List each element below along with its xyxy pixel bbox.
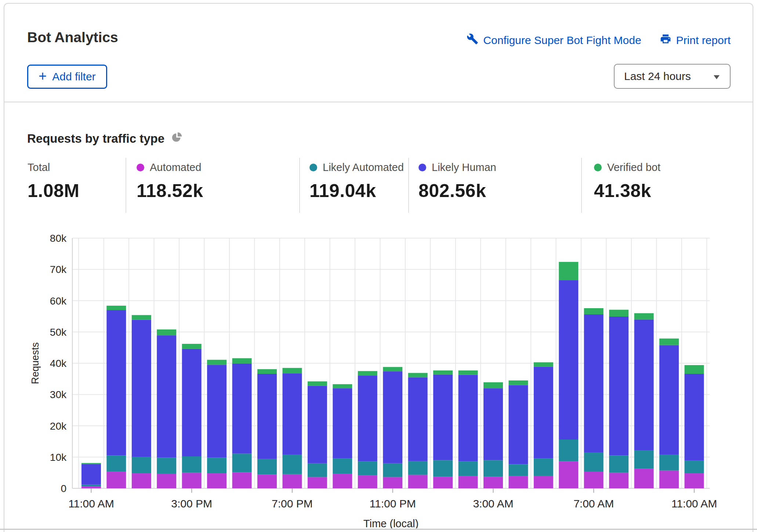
bar-segment[interactable] bbox=[232, 453, 252, 472]
bar-segment[interactable] bbox=[483, 477, 503, 488]
bar-segment[interactable] bbox=[508, 464, 528, 476]
bar-segment[interactable] bbox=[207, 360, 227, 365]
bar-segment[interactable] bbox=[106, 455, 126, 471]
bar-segment[interactable] bbox=[408, 373, 428, 377]
bar-segment[interactable] bbox=[182, 473, 202, 488]
bar-segment[interactable] bbox=[132, 457, 151, 473]
bar-segment[interactable] bbox=[559, 262, 578, 280]
bar-segment[interactable] bbox=[282, 368, 302, 373]
bar-segment[interactable] bbox=[433, 477, 453, 488]
bar-segment[interactable] bbox=[106, 306, 126, 310]
bar-segment[interactable] bbox=[684, 460, 704, 473]
bar-segment[interactable] bbox=[459, 371, 478, 375]
bar-segment[interactable] bbox=[232, 473, 252, 488]
bar-segment[interactable] bbox=[257, 474, 277, 488]
bar-segment[interactable] bbox=[282, 455, 302, 474]
bar-segment[interactable] bbox=[459, 476, 478, 488]
bar-segment[interactable] bbox=[257, 374, 277, 459]
bar-segment[interactable] bbox=[483, 388, 503, 460]
bar-segment[interactable] bbox=[433, 371, 453, 375]
bar-segment[interactable] bbox=[232, 358, 252, 363]
bar-segment[interactable] bbox=[232, 364, 252, 454]
add-filter-button[interactable]: + Add filter bbox=[27, 65, 107, 89]
bar-segment[interactable] bbox=[508, 380, 528, 385]
bar-segment[interactable] bbox=[634, 469, 654, 488]
bar-segment[interactable] bbox=[508, 476, 528, 488]
bar-segment[interactable] bbox=[659, 470, 679, 488]
bar-segment[interactable] bbox=[684, 374, 704, 460]
bar-segment[interactable] bbox=[333, 388, 352, 458]
bar-segment[interactable] bbox=[207, 365, 227, 458]
bar-segment[interactable] bbox=[634, 313, 654, 320]
bar-segment[interactable] bbox=[408, 475, 428, 488]
bar-segment[interactable] bbox=[257, 459, 277, 475]
bar-segment[interactable] bbox=[584, 471, 604, 488]
bar-segment[interactable] bbox=[308, 386, 327, 463]
bar-segment[interactable] bbox=[559, 462, 578, 488]
bar-segment[interactable] bbox=[433, 460, 453, 477]
bar-segment[interactable] bbox=[383, 367, 402, 371]
bar-segment[interactable] bbox=[333, 474, 352, 488]
bar-segment[interactable] bbox=[82, 487, 101, 488]
bar-segment[interactable] bbox=[684, 365, 704, 374]
bar-segment[interactable] bbox=[282, 474, 302, 488]
bar-segment[interactable] bbox=[157, 474, 176, 488]
bar-segment[interactable] bbox=[157, 458, 176, 473]
bar-segment[interactable] bbox=[383, 371, 402, 463]
bar-segment[interactable] bbox=[383, 477, 402, 488]
bar-segment[interactable] bbox=[559, 440, 578, 462]
bar-segment[interactable] bbox=[282, 373, 302, 455]
bar-segment[interactable] bbox=[534, 367, 553, 458]
bar-segment[interactable] bbox=[182, 349, 202, 456]
bar-segment[interactable] bbox=[584, 314, 604, 453]
bar-segment[interactable] bbox=[459, 462, 478, 476]
bar-segment[interactable] bbox=[483, 382, 503, 388]
bar-segment[interactable] bbox=[106, 310, 126, 455]
bar-segment[interactable] bbox=[182, 344, 202, 349]
time-range-select[interactable]: Last 24 hours bbox=[614, 64, 731, 89]
stat-automated[interactable]: Automated 118.52k bbox=[137, 161, 203, 201]
bar-segment[interactable] bbox=[634, 320, 654, 450]
bar-segment[interactable] bbox=[534, 476, 553, 488]
print-report-link[interactable]: Print report bbox=[660, 33, 731, 47]
bar-segment[interactable] bbox=[106, 472, 126, 488]
bar-segment[interactable] bbox=[82, 463, 101, 464]
bar-segment[interactable] bbox=[408, 461, 428, 475]
bar-segment[interactable] bbox=[659, 339, 679, 345]
bar-segment[interactable] bbox=[333, 384, 352, 388]
bar-segment[interactable] bbox=[157, 335, 176, 458]
bar-segment[interactable] bbox=[383, 463, 402, 477]
bar-segment[interactable] bbox=[609, 473, 629, 488]
bar-segment[interactable] bbox=[433, 375, 453, 460]
bar-segment[interactable] bbox=[157, 329, 176, 335]
bar-segment[interactable] bbox=[408, 377, 428, 461]
bar-segment[interactable] bbox=[483, 460, 503, 477]
bar-segment[interactable] bbox=[534, 362, 553, 367]
bar-segment[interactable] bbox=[659, 345, 679, 455]
bar-segment[interactable] bbox=[308, 463, 327, 477]
bar-segment[interactable] bbox=[459, 375, 478, 462]
bar-segment[interactable] bbox=[207, 458, 227, 473]
bar-segment[interactable] bbox=[308, 477, 327, 488]
bar-segment[interactable] bbox=[508, 385, 528, 464]
bar-segment[interactable] bbox=[534, 458, 553, 476]
bar-segment[interactable] bbox=[584, 308, 604, 314]
bar-segment[interactable] bbox=[207, 473, 227, 488]
bar-segment[interactable] bbox=[132, 315, 151, 320]
bar-segment[interactable] bbox=[82, 485, 101, 487]
bar-segment[interactable] bbox=[584, 453, 604, 471]
bar-segment[interactable] bbox=[609, 317, 629, 456]
bar-segment[interactable] bbox=[182, 456, 202, 473]
bar-segment[interactable] bbox=[333, 458, 352, 474]
stat-likely-automated[interactable]: Likely Automated 119.04k bbox=[309, 161, 404, 201]
bar-segment[interactable] bbox=[634, 450, 654, 469]
stat-likely-human[interactable]: Likely Human 802.56k bbox=[419, 161, 496, 201]
bar-segment[interactable] bbox=[358, 375, 377, 461]
bar-segment[interactable] bbox=[684, 473, 704, 488]
bar-segment[interactable] bbox=[609, 310, 629, 317]
bar-segment[interactable] bbox=[257, 369, 277, 374]
bar-segment[interactable] bbox=[132, 320, 151, 457]
bar-segment[interactable] bbox=[358, 475, 377, 488]
bar-segment[interactable] bbox=[358, 462, 377, 475]
bar-segment[interactable] bbox=[82, 464, 101, 485]
